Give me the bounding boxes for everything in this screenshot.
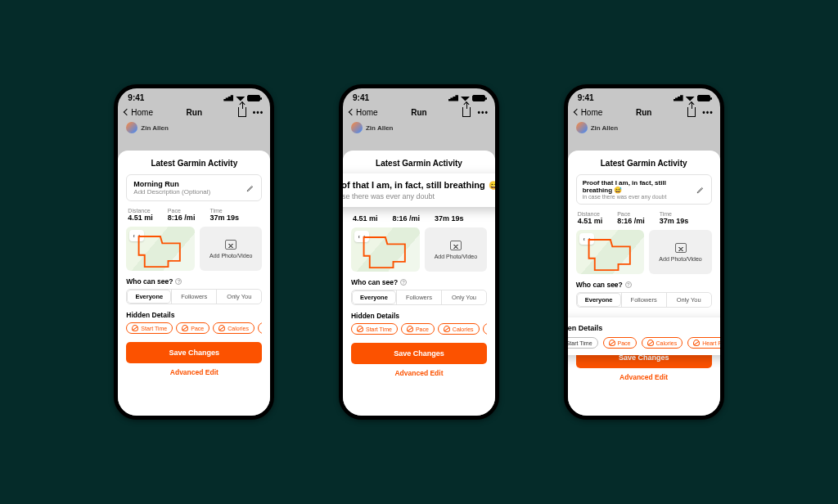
- visibility-segment[interactable]: Everyone Followers Only You: [576, 292, 712, 308]
- image-icon: [675, 243, 687, 253]
- hidden-chips: Start Time Pace Calories Hea: [351, 323, 487, 335]
- stat-distance-value: 4.51 mi: [353, 214, 378, 223]
- activity-desc-filled: in case there was ever any doubt: [583, 194, 696, 200]
- activity-desc-placeholder: Add Description (Optional): [133, 188, 255, 196]
- signal-icon: [223, 95, 233, 101]
- advanced-edit-link[interactable]: Advanced Edit: [126, 368, 262, 376]
- hidden-details-label: Hidden Details: [351, 312, 487, 320]
- back-button[interactable]: Home: [124, 108, 153, 117]
- visibility-followers[interactable]: Followers: [621, 293, 666, 307]
- media-row: Add Photo/Video: [576, 230, 712, 274]
- advanced-edit-link[interactable]: Advanced Edit: [576, 373, 712, 381]
- visibility-followers[interactable]: Followers: [396, 290, 441, 304]
- wifi-icon: [236, 95, 245, 101]
- chip-start-time[interactable]: Start Time: [564, 337, 598, 349]
- hidden-details-label: Hidden Details: [564, 324, 724, 332]
- eye-slash-icon: [407, 326, 413, 332]
- chip-start-time[interactable]: Start Time: [351, 323, 398, 335]
- sheet-header: Latest Garmin Activity: [576, 159, 712, 168]
- pencil-icon[interactable]: [246, 181, 255, 196]
- back-button[interactable]: Home: [349, 108, 378, 117]
- route-map[interactable]: [126, 227, 195, 271]
- chip-heart-rate-cut[interactable]: Hea: [258, 322, 262, 334]
- chip-start-time[interactable]: Start Time: [126, 322, 173, 334]
- eye-slash-icon: [357, 326, 363, 332]
- avatar: [576, 122, 588, 133]
- chip-pace[interactable]: Pace: [176, 322, 210, 334]
- signal-icon: [674, 95, 683, 101]
- route-path-icon: [581, 235, 640, 274]
- visibility-only-you[interactable]: Only You: [441, 290, 486, 304]
- hidden-details-popout[interactable]: Hidden Details Start Time Pace Calories …: [564, 317, 724, 355]
- eye-slash-icon: [132, 325, 138, 331]
- info-icon[interactable]: ?: [625, 281, 632, 288]
- visibility-segment[interactable]: Everyone Followers Only You: [351, 290, 487, 305]
- chip-heart-rate[interactable]: Heart Rate: [687, 337, 723, 349]
- add-media-button[interactable]: Add Photo/Video: [425, 227, 487, 272]
- nav-bar: Home Run •••: [118, 104, 270, 122]
- save-button[interactable]: Save Changes: [351, 343, 487, 364]
- title-input[interactable]: Proof that I am, in fact, still breathin…: [576, 174, 712, 205]
- chip-heart-rate-cut[interactable]: Hea: [483, 323, 487, 335]
- chevron-left-icon: [573, 109, 579, 115]
- share-icon[interactable]: [687, 107, 696, 117]
- chip-pace[interactable]: Pace: [401, 323, 435, 335]
- nav-bar: Home Run •••: [343, 104, 495, 122]
- title-input[interactable]: Morning Run Add Description (Optional): [126, 174, 262, 201]
- hidden-chips: Start Time Pace Calories Hea: [126, 322, 262, 334]
- add-media-button[interactable]: Add Photo/Video: [649, 230, 711, 274]
- overflow-icon[interactable]: •••: [477, 108, 489, 117]
- activity-peek: Zin Allen: [568, 122, 720, 135]
- chip-calories[interactable]: Calories: [642, 337, 683, 349]
- route-map[interactable]: [576, 230, 645, 274]
- chip-calories[interactable]: Calories: [438, 323, 480, 335]
- stats-row: .4.51 mi .8:16 /mi .37m 19s: [353, 209, 485, 223]
- stat-pace-value: 8:16 /mi: [393, 214, 421, 223]
- eye-slash-icon: [444, 326, 450, 332]
- phone-mock-2: 9:41 Home Run ••• Zin Allen Latest Garmi…: [339, 84, 499, 420]
- visibility-everyone[interactable]: Everyone: [127, 290, 171, 304]
- status-bar: 9:41: [343, 88, 495, 104]
- media-row: Add Photo/Video: [126, 227, 262, 271]
- phone-mock-3: 9:41 Home Run ••• Zin Allen Latest Garmi…: [564, 84, 724, 420]
- visibility-only-you[interactable]: Only You: [216, 290, 261, 304]
- eye-slash-icon: [693, 340, 700, 346]
- overflow-icon[interactable]: •••: [253, 108, 264, 117]
- info-icon[interactable]: ?: [175, 278, 182, 285]
- avatar: [126, 122, 137, 133]
- activity-title: Morning Run: [133, 180, 255, 188]
- title-popout[interactable]: Proof that I am, in fact, still breathin…: [339, 173, 499, 207]
- sheet-header: Latest Garmin Activity: [351, 159, 487, 168]
- add-media-button[interactable]: Add Photo/Video: [200, 227, 262, 271]
- visibility-followers[interactable]: Followers: [171, 290, 216, 304]
- activity-title-filled: Proof that I am, in fact, still breathin…: [583, 179, 696, 194]
- info-icon[interactable]: ?: [400, 279, 407, 286]
- nav-bar: Home Run •••: [568, 104, 720, 122]
- share-icon[interactable]: [238, 107, 246, 117]
- media-row: Add Photo/Video: [351, 227, 487, 272]
- overflow-icon[interactable]: •••: [702, 108, 714, 117]
- pencil-icon[interactable]: [696, 182, 705, 197]
- route-path-icon: [131, 232, 190, 271]
- share-icon[interactable]: [462, 107, 471, 117]
- eye-slash-icon: [182, 325, 188, 331]
- stat-time: Time 37m 19s: [210, 208, 239, 222]
- chip-calories[interactable]: Calories: [213, 322, 255, 334]
- advanced-edit-link[interactable]: Advanced Edit: [351, 369, 487, 377]
- edit-sheet: Latest Garmin Activity Morning Run Add D…: [118, 151, 270, 416]
- sweat-smile-emoji: 😅: [489, 181, 498, 190]
- visibility-label: Who can see??: [351, 278, 487, 286]
- save-button[interactable]: Save Changes: [126, 342, 262, 363]
- route-map[interactable]: [351, 227, 420, 272]
- visibility-everyone[interactable]: Everyone: [352, 290, 396, 304]
- chip-pace[interactable]: Pace: [603, 337, 637, 349]
- back-button[interactable]: Home: [574, 108, 603, 117]
- visibility-everyone[interactable]: Everyone: [577, 293, 621, 307]
- visibility-only-you[interactable]: Only You: [666, 293, 711, 307]
- hidden-chips: Start Time Pace Calories Heart Rate: [564, 337, 724, 349]
- visibility-segment[interactable]: Everyone Followers Only You: [126, 289, 262, 304]
- edit-sheet: Latest Garmin Activity Proof that I am, …: [568, 151, 720, 416]
- clock: 9:41: [353, 93, 369, 102]
- activity-title-filled: Proof that I am, in fact, still breathin…: [339, 180, 499, 190]
- visibility-label: Who can see? ?: [126, 277, 262, 286]
